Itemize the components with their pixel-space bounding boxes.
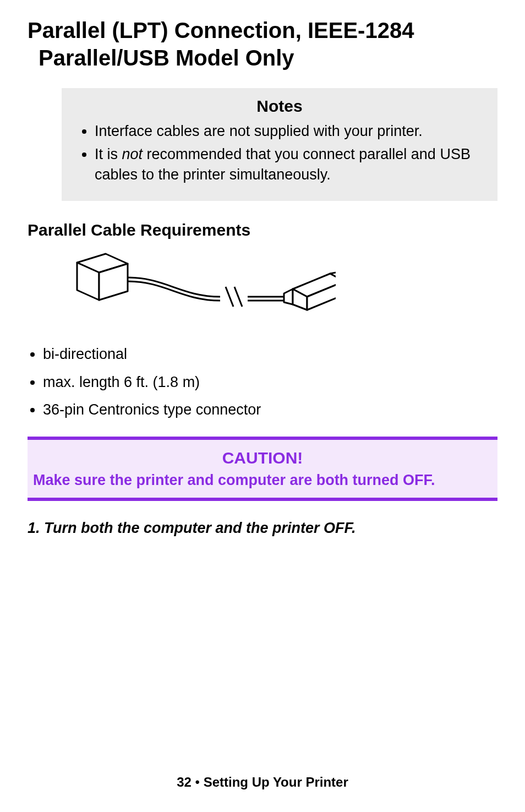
notes-callout: Notes Interface cables are not supplied …	[62, 88, 497, 201]
footer-separator: •	[192, 775, 204, 789]
page-footer: 32 • Setting Up Your Printer	[0, 775, 525, 790]
notes-item: Interface cables are not supplied with y…	[95, 121, 484, 141]
caution-callout: CAUTION! Make sure the printer and compu…	[28, 437, 497, 501]
title-line-1: Parallel (LPT) Connection, IEEE-1284	[28, 18, 414, 42]
svg-line-0	[226, 287, 233, 307]
requirement-item: bi-directional	[43, 344, 497, 364]
caution-text: Make sure the printer and computer are b…	[33, 472, 492, 489]
requirement-item: 36-pin Centronics type connector	[43, 400, 497, 419]
svg-line-1	[234, 287, 242, 307]
title-line-2: Parallel/USB Model Only	[28, 44, 497, 72]
notes-heading: Notes	[75, 97, 484, 116]
page-number: 32	[177, 775, 192, 789]
footer-section: Setting Up Your Printer	[204, 775, 348, 789]
notes-list: Interface cables are not supplied with y…	[75, 121, 484, 184]
requirement-item: max. length 6 ft. (1.8 m)	[43, 372, 497, 392]
page-title: Parallel (LPT) Connection, IEEE-1284 Par…	[28, 17, 497, 72]
section-heading: Parallel Cable Requirements	[28, 221, 497, 239]
requirements-list: bi-directional max. length 6 ft. (1.8 m)…	[28, 344, 497, 419]
parallel-cable-illustration	[61, 247, 497, 332]
notes-item: It is not recommended that you connect p…	[95, 144, 484, 184]
caution-heading: CAUTION!	[33, 449, 492, 467]
step-1: 1. Turn both the computer and the printe…	[28, 520, 497, 537]
